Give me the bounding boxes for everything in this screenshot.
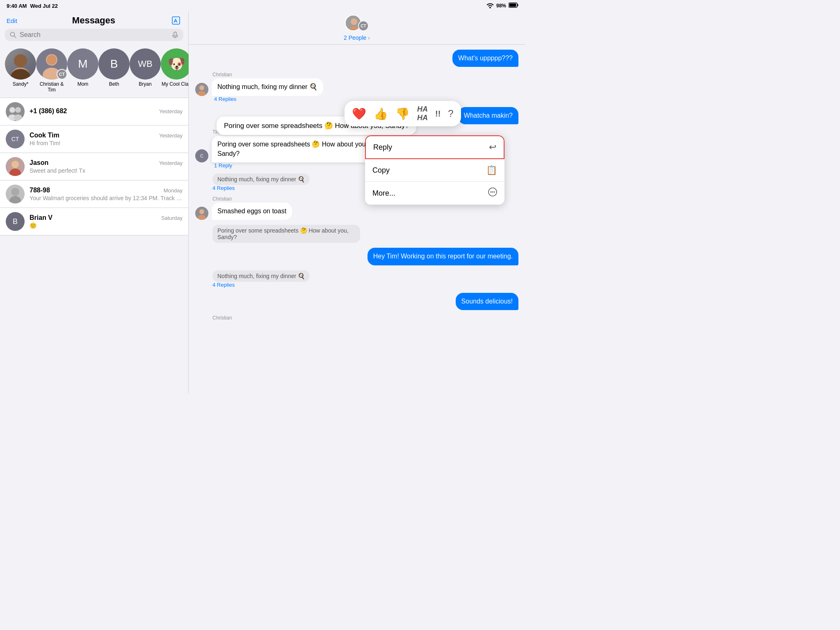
- conv-preview-brianv: 🙂: [30, 222, 183, 229]
- bubble-m6[interactable]: Smashed eggs on toast: [212, 203, 292, 220]
- sender-tim: Tim: [212, 129, 518, 135]
- wifi-icon: [486, 2, 494, 9]
- context-menu[interactable]: Reply ↩ Copy 📋 More...: [365, 135, 504, 205]
- bubble-m4[interactable]: Poring over some spreadsheets 🤔 How abou…: [212, 136, 384, 162]
- conv-time-788: Monday: [164, 187, 183, 194]
- chat-participants[interactable]: 2 People: [344, 34, 366, 41]
- search-input[interactable]: [20, 31, 169, 39]
- search-bar[interactable]: [5, 29, 183, 41]
- replies-m9[interactable]: 4 Replies: [212, 282, 518, 288]
- bubble-m1[interactable]: What's uppppp???: [452, 50, 518, 67]
- chat-header: CT 2 People ›: [189, 11, 525, 45]
- bubble-m10[interactable]: Sounds delicious!: [456, 293, 518, 310]
- pinned-contact-christian-tim[interactable]: CT Christian & Tim: [36, 48, 67, 93]
- conv-content-jason: Jason Yesterday Sweet and perfect! Tx: [30, 159, 183, 174]
- conv-preview-cooktim: Hi from Tim!: [30, 140, 183, 146]
- edit-button[interactable]: Edit: [7, 17, 17, 24]
- conv-item-unknown[interactable]: +1 (386) 682 Yesterday: [0, 98, 188, 126]
- pinned-name-mycoolclan: My Cool Clan: [162, 81, 191, 87]
- conv-content-cooktim: Cook Tim Yesterday Hi from Tim!: [30, 132, 183, 146]
- pinned-contact-sandy[interactable]: Sandy*: [5, 48, 36, 93]
- sidebar-title: Messages: [17, 15, 170, 26]
- pinned-contact-mom[interactable]: M Mom: [67, 48, 98, 93]
- context-menu-copy[interactable]: Copy 📋: [365, 159, 504, 182]
- bubble-m8[interactable]: Hey Tim! Working on this report for our …: [368, 248, 518, 265]
- messages-area: What's uppppp??? Christian Nothing much,…: [189, 45, 525, 394]
- conv-item-788[interactable]: 788-98 Monday Your Walmart groceries sho…: [0, 180, 188, 208]
- svg-point-11: [14, 54, 27, 67]
- context-reply-label: Reply: [373, 143, 392, 152]
- conv-content-788: 788-98 Monday Your Walmart groceries sho…: [30, 187, 183, 201]
- conv-name-cooktim: Cook Tim: [30, 132, 59, 139]
- pinned-contact-bryan[interactable]: WB Bryan: [130, 48, 161, 93]
- group-badge-ct: CT: [57, 69, 67, 80]
- msg-row-m10: Sounds delicious!: [195, 293, 518, 310]
- conv-preview-jason: Sweet and perfect! Tx: [30, 167, 183, 174]
- svg-point-15: [47, 55, 57, 65]
- context-menu-reply[interactable]: Reply ↩: [365, 135, 504, 159]
- conv-name-unknown: +1 (386) 682: [30, 107, 67, 115]
- tapback-exclaim[interactable]: !!: [435, 109, 441, 119]
- avatar-christian: [195, 83, 208, 96]
- app-container: Edit Messages: [0, 11, 525, 394]
- tapback-picker[interactable]: ❤️ 👍 👎 HAHA !! ?: [345, 101, 461, 126]
- tapback-thumbsdown[interactable]: 👎: [395, 107, 410, 121]
- sender-christian: Christian: [212, 72, 518, 78]
- pinned-name-bryan: Bryan: [139, 81, 151, 87]
- sender-christian3: Christian: [212, 315, 518, 321]
- conv-item-brianv[interactable]: B Brian V Saturday 🙂: [0, 208, 188, 235]
- tapback-heart[interactable]: ❤️: [352, 107, 366, 121]
- tapback-thumbsup[interactable]: 👍: [374, 107, 388, 121]
- avatar-tim: C: [195, 149, 208, 162]
- bubble-m2[interactable]: Nothing much, fixing my dinner 🍳: [212, 78, 323, 96]
- context-more-label: More...: [372, 189, 395, 198]
- battery-icon: [509, 2, 518, 9]
- pinned-name-beth: Beth: [109, 81, 119, 87]
- mic-icon: [172, 32, 178, 38]
- context-menu-more[interactable]: More...: [365, 182, 504, 205]
- msg-row-m6: Smashed eggs on toast: [195, 203, 518, 220]
- conv-name-brianv: Brian V: [30, 214, 52, 221]
- conv-item-jason[interactable]: Jason Yesterday Sweet and perfect! Tx: [0, 153, 188, 180]
- svg-point-5: [11, 32, 15, 37]
- conv-time-jason: Yesterday: [159, 160, 183, 166]
- msg-row-m7: Poring over some spreadsheets 🤔 How abou…: [212, 225, 518, 243]
- svg-point-21: [11, 161, 19, 168]
- status-time: 9:40 AM: [7, 3, 27, 9]
- more-icon: [488, 187, 497, 199]
- status-bar: 9:40 AM Wed Jul 22 98%: [0, 0, 525, 11]
- conv-name-jason: Jason: [30, 159, 48, 167]
- svg-point-29: [199, 85, 204, 90]
- conv-time-cooktim: Yesterday: [159, 132, 183, 139]
- svg-line-6: [14, 36, 16, 38]
- svg-point-37: [494, 192, 495, 193]
- pinned-contact-mycoolclan[interactable]: 🐶 My Cool Clan: [161, 48, 192, 93]
- pinned-name-christian-tim: Christian & Tim: [36, 81, 67, 93]
- conv-item-cooktim[interactable]: CT Cook Tim Yesterday Hi from Tim!: [0, 126, 188, 153]
- msg-row-m9: Nothing much, fixing my dinner 🍳: [212, 270, 518, 282]
- battery-text: 98%: [496, 3, 506, 9]
- conv-content-unknown: +1 (386) 682 Yesterday: [30, 107, 183, 116]
- svg-point-36: [492, 192, 493, 193]
- svg-point-35: [491, 192, 492, 193]
- svg-point-19: [14, 114, 22, 121]
- msg-row-m8: Hey Tim! Working on this report for our …: [195, 248, 518, 265]
- pinned-contact-beth[interactable]: B Beth: [98, 48, 130, 93]
- conversation-list: +1 (386) 682 Yesterday CT Cook Tim Yeste…: [0, 98, 188, 394]
- sidebar-header: Edit Messages: [0, 11, 188, 29]
- svg-point-17: [15, 107, 21, 113]
- status-date: Wed Jul 22: [30, 3, 58, 9]
- main-chat: CT 2 People › What's uppppp??? Christian: [189, 11, 525, 394]
- compose-button[interactable]: [170, 15, 182, 26]
- quote-m9: Nothing much, fixing my dinner 🍳: [212, 270, 310, 282]
- conv-preview-788: Your Walmart groceries should arrive by …: [30, 195, 183, 201]
- tapback-question[interactable]: ?: [448, 108, 453, 119]
- bubble-m3[interactable]: Whatcha makin?: [458, 107, 518, 124]
- tapback-haha[interactable]: HAHA: [417, 105, 428, 122]
- quote-m5: Nothing much, fixing my dinner 🍳: [212, 173, 310, 185]
- pinned-name-mom: Mom: [78, 81, 89, 87]
- svg-point-26: [351, 18, 357, 25]
- quote-m7: Poring over some spreadsheets 🤔 How abou…: [212, 225, 360, 243]
- svg-point-24: [9, 196, 21, 203]
- svg-point-16: [9, 107, 15, 113]
